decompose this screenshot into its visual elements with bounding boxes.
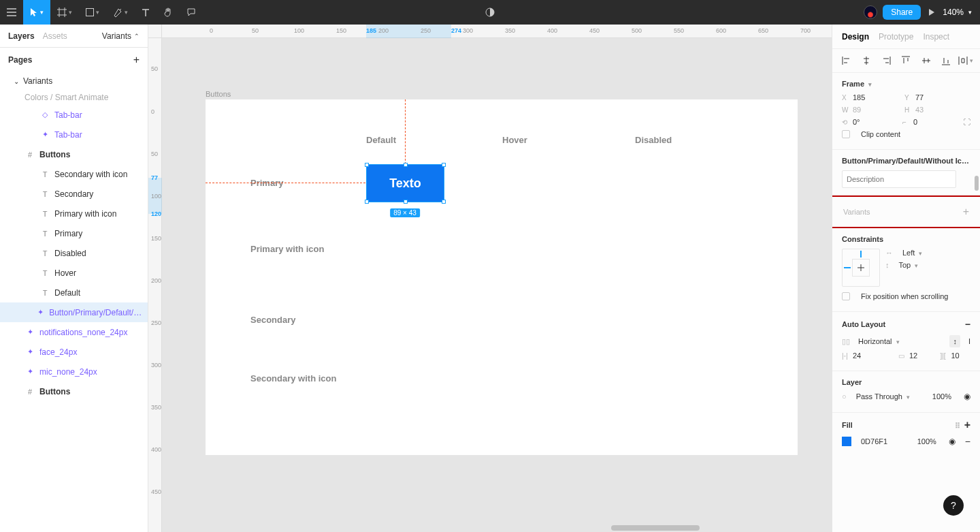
fix-scroll-checkbox[interactable] — [842, 292, 850, 300]
frame-tool[interactable]: ▾ — [50, 0, 79, 25]
fill-style-icon[interactable]: ⠿ — [955, 422, 960, 430]
align-right-icon[interactable] — [879, 53, 894, 68]
autolayout-text-icon[interactable]: I — [968, 337, 970, 345]
y-field[interactable]: Y77 — [904, 93, 962, 101]
h-field[interactable]: H43 — [904, 106, 962, 114]
left-panel-tabs: Layers Assets Variants⌃ — [0, 25, 148, 48]
present-button[interactable] — [926, 0, 937, 25]
layer-row[interactable]: ◇Tab-bar — [0, 105, 148, 125]
rotation-field[interactable]: ⟲0° — [842, 118, 897, 126]
layer-row[interactable]: TSecondary — [0, 184, 148, 204]
frame-dropdown[interactable]: Frame ▾ — [842, 80, 872, 88]
fix-scroll-label: Fix position when scrolling — [861, 292, 948, 300]
selection-dimensions: 89 × 43 — [390, 208, 420, 217]
align-top-icon[interactable] — [898, 53, 913, 68]
help-button[interactable]: ? — [943, 495, 964, 516]
selection-handle[interactable] — [404, 200, 408, 204]
fill-visibility-toggle[interactable]: ◉ — [949, 437, 956, 446]
fill-swatch[interactable] — [842, 437, 851, 446]
comment-tool[interactable] — [180, 0, 203, 25]
menu-button[interactable] — [0, 0, 23, 25]
horizontal-scrollbar[interactable] — [611, 525, 700, 531]
description-input[interactable] — [842, 170, 956, 188]
fill-hex-field[interactable]: 0D76F1 — [861, 437, 887, 445]
layer-label: Default — [54, 288, 80, 298]
fill-opacity-field[interactable]: 100% — [917, 437, 936, 445]
add-page-button[interactable]: + — [133, 54, 140, 65]
text-icon: T — [39, 269, 50, 277]
layer-row[interactable]: TSecondary with icon — [0, 164, 148, 184]
direction-dropdown[interactable]: Horizontal ▾ — [858, 337, 900, 345]
remove-fill-button[interactable]: − — [965, 436, 970, 447]
add-variant-button[interactable]: + — [963, 206, 969, 217]
ruler-tick: 600 — [716, 27, 726, 34]
tab-prototype[interactable]: Prototype — [879, 32, 913, 42]
scrollbar-thumb[interactable] — [975, 176, 979, 191]
blend-dropdown[interactable]: Pass Through ▾ — [856, 392, 910, 401]
page-item-colors[interactable]: Colors / Smart Animate — [0, 90, 148, 105]
tab-assets[interactable]: Assets — [43, 31, 67, 41]
layer-row[interactable]: THover — [0, 263, 148, 283]
hand-tool[interactable] — [157, 0, 180, 25]
component-section: Button/Primary/Default/Without Ic… — [832, 150, 980, 195]
selection-handle[interactable] — [404, 163, 408, 167]
tab-inspect[interactable]: Inspect — [923, 32, 949, 42]
ruler-vertical[interactable]: 5005077100120150200250300350400450500 — [148, 38, 162, 532]
share-button[interactable]: Share — [883, 5, 921, 20]
corner-field[interactable]: ⌐0 — [902, 118, 958, 126]
layer-row[interactable]: TPrimary — [0, 223, 148, 243]
move-tool[interactable]: ▾ — [23, 0, 50, 25]
layer-row[interactable]: TDefault — [0, 283, 148, 302]
autolayout-toggle[interactable]: ↕ — [949, 335, 960, 347]
shape-tool[interactable]: ▾ — [79, 0, 106, 25]
canvas[interactable]: 0501001501852002502743003504004505005506… — [148, 25, 832, 532]
avatar[interactable] — [864, 5, 877, 19]
remove-autolayout-button[interactable]: − — [965, 319, 970, 330]
add-fill-button[interactable]: + — [964, 419, 970, 431]
align-left-icon[interactable] — [839, 53, 854, 68]
clip-content-checkbox[interactable] — [842, 130, 850, 138]
frame-label[interactable]: Buttons — [206, 90, 231, 98]
layer-row[interactable]: #Buttons — [0, 381, 148, 401]
page-item-variants[interactable]: ⌄ Variants — [0, 72, 148, 90]
tab-design[interactable]: Design — [842, 32, 869, 42]
padding-v-field[interactable]: ]|[10 — [940, 351, 970, 360]
spacing-field[interactable]: |◦|24 — [842, 351, 893, 360]
constraint-v-dropdown[interactable]: Top ▾ — [899, 261, 919, 269]
layer-row[interactable]: TPrimary with icon — [0, 204, 148, 223]
pen-tool[interactable]: ▾ — [106, 0, 135, 25]
column-header-disabled: Disabled — [635, 135, 672, 145]
document-title[interactable] — [485, 7, 495, 17]
opacity-field[interactable]: 100% — [932, 392, 951, 401]
corner-expand-icon[interactable]: ⛶ — [963, 118, 970, 126]
zoom-dropdown[interactable]: 140%▾ — [943, 7, 972, 17]
distribute-icon[interactable]: ▾ — [958, 53, 973, 68]
align-center-h-icon[interactable] — [859, 53, 874, 68]
layer-row[interactable]: ✦Button/Primary/Default/Witho… — [0, 302, 148, 322]
toolbar-right: Share 140%▾ — [864, 0, 980, 25]
layer-row[interactable]: ✦Tab-bar — [0, 125, 148, 144]
selection-handle[interactable] — [442, 200, 446, 204]
constraint-box[interactable] — [842, 249, 880, 287]
w-field[interactable]: W89 — [842, 106, 899, 114]
selection-handle[interactable] — [365, 200, 369, 204]
layer-row[interactable]: ✦mic_none_24px — [0, 362, 148, 381]
visibility-toggle[interactable]: ◉ — [964, 392, 970, 401]
layer-row[interactable]: #Buttons — [0, 144, 148, 164]
selected-button[interactable]: Texto — [366, 164, 444, 202]
artboard-buttons[interactable] — [206, 99, 798, 455]
padding-h-field[interactable]: ▭12 — [898, 351, 935, 360]
layer-row[interactable]: ✦notifications_none_24px — [0, 322, 148, 342]
align-center-v-icon[interactable] — [919, 53, 934, 68]
constraint-h-dropdown[interactable]: Left ▾ — [902, 249, 922, 257]
tab-layers[interactable]: Layers — [8, 31, 35, 41]
layer-row[interactable]: TDisabled — [0, 243, 148, 263]
x-field[interactable]: X185 — [842, 93, 899, 101]
text-tool[interactable] — [135, 0, 157, 25]
selection-handle[interactable] — [365, 163, 369, 167]
align-bottom-icon[interactable] — [938, 53, 953, 68]
selection-handle[interactable] — [442, 163, 446, 167]
ruler-horizontal[interactable]: 0501001501852002502743003504004505005506… — [162, 25, 832, 38]
variants-dropdown[interactable]: Variants⌃ — [102, 31, 140, 41]
layer-row[interactable]: ✦face_24px — [0, 342, 148, 362]
